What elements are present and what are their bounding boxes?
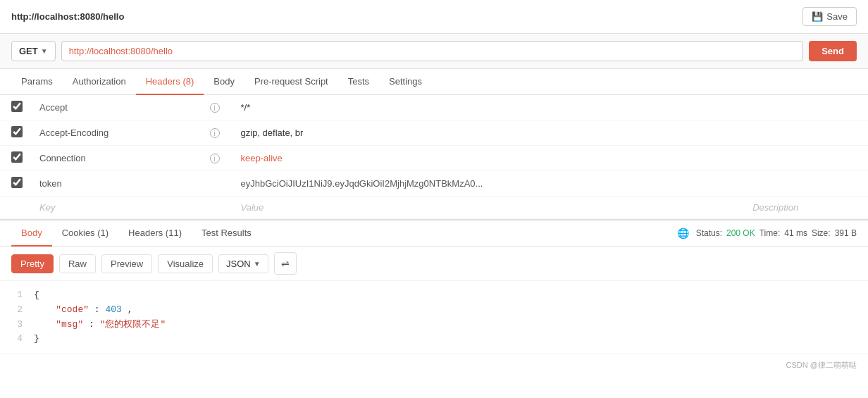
header-key-token: token	[31, 171, 202, 197]
table-row: Accept i */*	[0, 95, 868, 120]
header-value-token: eyJhbGciOiJIUzI1NiJ9.eyJqdGkiOiI2MjhjMzg…	[232, 171, 745, 197]
save-label: Save	[826, 11, 848, 22]
header-desc-placeholder: Description	[744, 197, 868, 219]
res-tab-cookies[interactable]: Cookies (1)	[52, 220, 118, 247]
header-value-encoding: gzip, deflate, br	[232, 120, 745, 146]
header-value-placeholder: Value	[232, 197, 745, 219]
status-label: Status:	[696, 228, 722, 238]
visualize-button[interactable]: Visualize	[158, 254, 213, 273]
header-key-encoding: Accept-Encoding	[31, 120, 202, 146]
code-value: "您的权限不足"	[100, 319, 166, 330]
headers-table: Accept i */* Accept-Encoding i gzip, def…	[0, 95, 868, 219]
raw-button[interactable]: Raw	[59, 254, 96, 273]
pretty-button[interactable]: Pretty	[11, 254, 54, 273]
code-line-4: 4 }	[11, 332, 857, 347]
url-input[interactable]	[61, 41, 804, 61]
header-checkbox-connection[interactable]	[11, 151, 23, 163]
table-row: token eyJhbGciOiJIUzI1NiJ9.eyJqdGkiOiI2M…	[0, 171, 868, 197]
code-line-3: 3 "msg" : "您的权限不足"	[11, 318, 857, 332]
info-icon: i	[210, 103, 220, 113]
header-checkbox-encoding[interactable]	[11, 126, 23, 137]
tab-body[interactable]: Body	[204, 69, 244, 95]
res-tab-body[interactable]: Body	[11, 220, 52, 247]
tab-authorization[interactable]: Authorization	[63, 69, 136, 95]
header-key-connection: Connection	[31, 146, 202, 171]
code-content: }	[34, 332, 39, 347]
format-label: JSON	[226, 259, 251, 269]
table-row: Accept-Encoding i gzip, deflate, br	[0, 120, 868, 146]
code-content: "code" : 403 ,	[34, 303, 132, 318]
header-desc-encoding	[744, 120, 868, 146]
response-format-bar: Pretty Raw Preview Visualize JSON ▼ ⇌	[0, 247, 868, 281]
code-line-2: 2 "code" : 403 ,	[11, 303, 857, 318]
method-select[interactable]: GET ▼	[11, 41, 56, 61]
time-value: 41 ms	[784, 228, 807, 238]
info-icon: i	[210, 128, 220, 138]
footer: CSDN @律二萌萌哒	[0, 354, 868, 376]
code-area: 1 { 2 "code" : 403 , 3 "msg" : "您的权限不足" …	[0, 281, 868, 354]
table-row: Connection i keep-alive	[0, 146, 868, 171]
code-line-1: 1 {	[11, 288, 857, 303]
code-content: "msg" : "您的权限不足"	[34, 318, 166, 332]
code-content: {	[34, 288, 39, 303]
header-desc-connection	[744, 146, 868, 171]
res-tab-headers[interactable]: Headers (11)	[118, 220, 192, 247]
tab-params[interactable]: Params	[11, 69, 63, 95]
line-number: 2	[11, 303, 23, 318]
tab-headers[interactable]: Headers (8)	[136, 69, 204, 95]
code-key: "msg"	[34, 319, 83, 330]
top-bar-url: http://localhost:8080/hello	[11, 11, 124, 22]
header-desc-accept	[744, 95, 868, 120]
size-value: 391 B	[835, 228, 857, 238]
format-select[interactable]: JSON ▼	[218, 254, 268, 273]
status-value: 200 OK	[726, 228, 755, 238]
size-label: Size:	[812, 228, 831, 238]
footer-text: CSDN @律二萌萌哒	[786, 361, 857, 369]
chevron-down-icon: ▼	[254, 260, 261, 268]
header-value-accept: */*	[232, 95, 745, 120]
url-bar: GET ▼ Send	[0, 34, 868, 69]
send-button[interactable]: Send	[809, 41, 857, 61]
header-desc-token	[744, 171, 868, 197]
info-icon: i	[210, 154, 220, 163]
table-row-placeholder: Key Value Description	[0, 197, 868, 219]
header-key-placeholder: Key	[31, 197, 202, 219]
header-value-connection: keep-alive	[232, 146, 745, 171]
request-tabs: Params Authorization Headers (8) Body Pr…	[0, 69, 868, 95]
response-meta: 🌐 Status: 200 OK Time: 41 ms Size: 391 B	[677, 228, 857, 239]
response-tabs-bar: Body Cookies (1) Headers (11) Test Resul…	[0, 219, 868, 247]
tab-tests[interactable]: Tests	[338, 69, 379, 95]
save-button[interactable]: 💾 Save	[802, 7, 857, 26]
line-number: 3	[11, 318, 23, 332]
chevron-down-icon: ▼	[41, 47, 48, 55]
line-number: 1	[11, 288, 23, 303]
res-tab-test-results[interactable]: Test Results	[192, 220, 261, 247]
header-checkbox-accept[interactable]	[11, 101, 23, 112]
headers-section: Accept i */* Accept-Encoding i gzip, def…	[0, 95, 868, 219]
preview-button[interactable]: Preview	[101, 254, 152, 273]
header-checkbox-token[interactable]	[11, 177, 23, 188]
time-label: Time:	[760, 228, 781, 238]
header-key-accept: Accept	[31, 95, 202, 120]
globe-icon: 🌐	[677, 228, 689, 239]
code-value: 403	[105, 304, 121, 315]
method-label: GET	[19, 46, 38, 56]
wrap-icon: ⇌	[281, 258, 290, 269]
tab-settings[interactable]: Settings	[379, 69, 432, 95]
save-icon: 💾	[812, 11, 823, 22]
response-tabs: Body Cookies (1) Headers (11) Test Resul…	[11, 220, 261, 246]
line-number: 4	[11, 332, 23, 347]
wrap-button[interactable]: ⇌	[274, 252, 297, 275]
tab-pre-request[interactable]: Pre-request Script	[244, 69, 338, 95]
top-bar: http://localhost:8080/hello 💾 Save	[0, 0, 868, 34]
code-key: "code"	[34, 304, 89, 315]
